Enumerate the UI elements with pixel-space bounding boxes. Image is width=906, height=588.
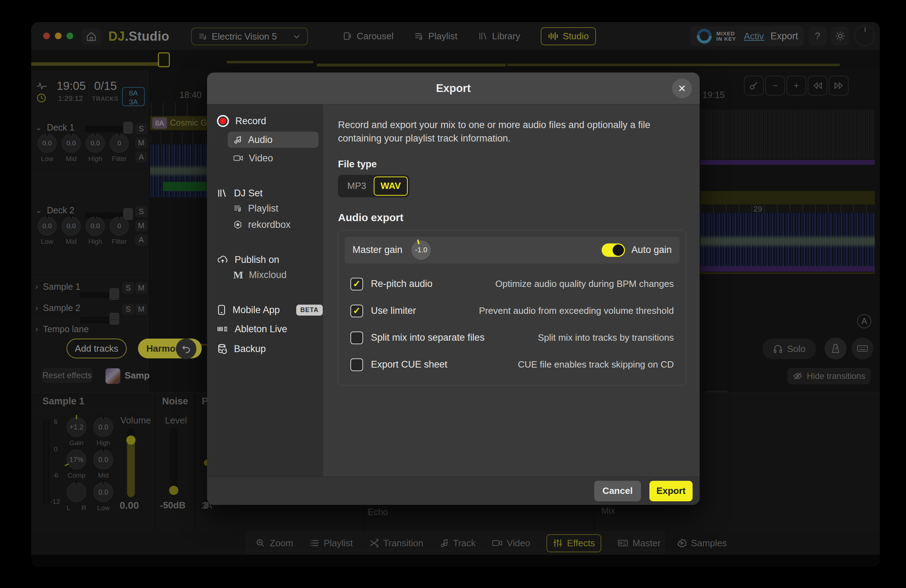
close-button[interactable]: ✕ bbox=[672, 78, 692, 98]
sidebar-section-ableton[interactable]: Ableton Live bbox=[217, 322, 323, 336]
option-description: Split mix into tracks by transitions bbox=[538, 332, 674, 343]
playlist-icon bbox=[233, 204, 242, 213]
sidebar-label: Publish on bbox=[234, 254, 279, 265]
sidebar-label: Ableton Live bbox=[234, 324, 287, 335]
sidebar-section-record[interactable]: Record bbox=[217, 114, 323, 128]
ableton-icon bbox=[217, 324, 228, 334]
sidebar-item-rekordbox[interactable]: rekordbox bbox=[228, 217, 319, 233]
video-camera-icon bbox=[233, 154, 243, 163]
auto-gain-label: Auto gain bbox=[632, 244, 672, 255]
dialog-content: Record and export your mix to one or mor… bbox=[323, 104, 700, 476]
library-icon bbox=[217, 188, 228, 199]
repitch-checkbox[interactable]: ✓ bbox=[350, 278, 363, 290]
file-type-label: File type bbox=[338, 159, 686, 170]
sidebar-section-publish-on[interactable]: Publish on bbox=[217, 253, 323, 267]
option-description: Optimize audio quality during BPM change… bbox=[496, 279, 674, 289]
master-gain-label: Master gain bbox=[353, 244, 402, 255]
record-icon bbox=[217, 115, 229, 127]
sidebar-item-video[interactable]: Video bbox=[228, 150, 319, 166]
sidebar-label: Playlist bbox=[248, 203, 279, 214]
option-label: Export CUE sheet bbox=[371, 359, 447, 370]
option-row-limiter: ✓ Use limiter Prevent audio from exceedi… bbox=[350, 303, 674, 319]
close-icon: ✕ bbox=[678, 83, 686, 94]
sidebar-item-audio[interactable]: Audio bbox=[228, 132, 319, 148]
file-type-segmented-control: MP3 WAV bbox=[338, 175, 410, 198]
option-label: Re-pitch audio bbox=[371, 279, 432, 289]
dialog-footer: Cancel Export bbox=[207, 476, 700, 505]
export-button[interactable]: Export bbox=[649, 481, 692, 501]
sidebar-section-dj-set[interactable]: DJ Set bbox=[217, 186, 323, 200]
limiter-checkbox[interactable]: ✓ bbox=[350, 304, 363, 317]
sidebar-label: Record bbox=[235, 116, 266, 127]
sidebar-item-mixcloud[interactable]: M Mixcloud bbox=[228, 267, 319, 283]
master-gain-knob[interactable]: -1.0 bbox=[412, 241, 431, 260]
app-window: DJ.Studio Electric Vision 5 Carousel Pla… bbox=[31, 22, 880, 567]
option-row-cue: ✓ Export CUE sheet CUE file enables trac… bbox=[350, 357, 674, 373]
option-label: Use limiter bbox=[371, 305, 416, 316]
add-tracks-button[interactable]: Add tracks bbox=[67, 339, 127, 359]
undo-button[interactable] bbox=[176, 339, 196, 359]
sidebar-label: Mixcloud bbox=[249, 269, 287, 280]
sidebar-section-mobile-app[interactable]: Mobile App BETA bbox=[217, 303, 323, 317]
dialog-description: Record and export your mix to one or mor… bbox=[338, 118, 678, 145]
sidebar-label: DJ Set bbox=[234, 188, 263, 199]
sidebar-label: Backup bbox=[234, 344, 266, 354]
audio-export-heading: Audio export bbox=[338, 212, 686, 224]
option-description: Prevent audio from exceeding volume thre… bbox=[479, 305, 674, 316]
file-type-wav[interactable]: WAV bbox=[374, 177, 408, 196]
sidebar-label: Mobile App bbox=[233, 304, 280, 316]
split-checkbox[interactable]: ✓ bbox=[350, 331, 363, 344]
backup-icon bbox=[217, 344, 228, 354]
sidebar-label: Audio bbox=[248, 134, 273, 145]
screen: DJ.Studio Electric Vision 5 Carousel Pla… bbox=[0, 0, 906, 588]
music-note-icon bbox=[233, 135, 242, 144]
option-row-split: ✓ Split mix into separate files Split mi… bbox=[350, 330, 674, 346]
dialog-title: Export bbox=[436, 82, 471, 95]
mixcloud-icon: M bbox=[233, 269, 243, 281]
auto-gain-toggle[interactable] bbox=[601, 244, 625, 257]
sidebar-label: Video bbox=[249, 153, 273, 164]
phone-icon bbox=[217, 304, 226, 315]
cue-checkbox[interactable]: ✓ bbox=[350, 359, 363, 371]
file-type-mp3[interactable]: MP3 bbox=[340, 177, 374, 196]
option-row-repitch: ✓ Re-pitch audio Optimize audio quality … bbox=[350, 276, 674, 292]
dialog-header: Export ✕ bbox=[207, 73, 700, 104]
option-label: Split mix into separate files bbox=[371, 332, 485, 343]
dialog-sidebar: Record Audio Video DJ Set Playlist bbox=[207, 104, 323, 476]
cancel-button[interactable]: Cancel bbox=[594, 481, 641, 501]
sidebar-section-backup[interactable]: Backup bbox=[217, 342, 323, 356]
export-options: ✓ Re-pitch audio Optimize audio quality … bbox=[345, 264, 680, 382]
audio-export-card: Master gain -1.0 Auto gain ✓ Re-pitch au… bbox=[338, 230, 686, 386]
export-dialog: Export ✕ Record Audio Video bbox=[207, 73, 700, 505]
rekordbox-icon bbox=[233, 220, 242, 229]
option-description: CUE file enables track skipping on CD bbox=[518, 359, 674, 370]
master-gain-row: Master gain -1.0 Auto gain bbox=[345, 237, 680, 264]
beta-badge: BETA bbox=[296, 304, 323, 316]
cloud-upload-icon bbox=[217, 255, 228, 265]
undo-icon bbox=[181, 344, 191, 354]
sidebar-item-playlist[interactable]: Playlist bbox=[228, 200, 319, 217]
sidebar-label: rekordbox bbox=[248, 219, 290, 230]
